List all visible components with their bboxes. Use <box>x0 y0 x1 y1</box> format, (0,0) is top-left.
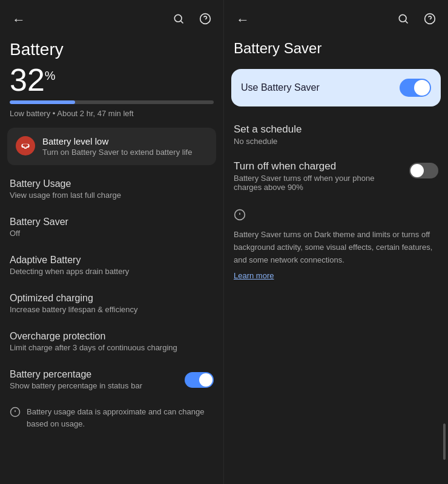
use-battery-saver-label: Use Battery Saver <box>241 82 320 93</box>
back-button[interactable]: ← <box>10 10 28 30</box>
use-battery-saver-toggle[interactable] <box>400 79 431 97</box>
alert-text: Battery level low Turn on Battery Saver … <box>42 136 192 157</box>
right-title: Battery Saver <box>224 35 448 67</box>
right-back-button[interactable]: ← <box>234 10 252 30</box>
toggle-knob <box>199 373 212 387</box>
svg-point-0 <box>174 15 182 22</box>
left-info-section: Battery usage data is approximate and ca… <box>0 399 223 437</box>
alert-title: Battery level low <box>42 136 192 146</box>
right-menu-item-turn-off[interactable]: Turn off when charged Battery Saver turn… <box>224 153 448 199</box>
toggle-large-knob <box>414 80 430 96</box>
right-header: ← <box>224 0 448 35</box>
battery-status: Low battery • About 2 hr, 47 min left <box>0 106 223 123</box>
right-help-button[interactable] <box>421 10 438 30</box>
menu-item-battery-percentage[interactable]: Battery percentage Show battery percenta… <box>0 361 223 399</box>
use-battery-saver-card[interactable]: Use Battery Saver <box>231 69 441 106</box>
right-info-icon <box>234 209 438 224</box>
left-header: ← <box>0 0 223 35</box>
battery-bar-bg <box>10 100 214 104</box>
battery-percent: 32% <box>0 62 223 96</box>
svg-line-1 <box>181 21 183 23</box>
menu-item-overcharge-protection[interactable]: Overcharge protection Limit charge after… <box>0 322 223 361</box>
right-header-icons <box>395 10 438 30</box>
search-button[interactable] <box>170 10 187 30</box>
svg-line-8 <box>406 21 408 23</box>
turn-off-when-charged-toggle[interactable] <box>409 163 438 178</box>
right-info-section: Battery Saver turns on Dark theme and li… <box>224 199 448 271</box>
right-panel: ← Battery Saver Use Battery Saver Set a <box>224 0 448 484</box>
alert-icon <box>16 136 35 155</box>
info-icon <box>10 407 21 420</box>
right-menu-item-schedule[interactable]: Set a schedule No schedule <box>224 116 448 153</box>
battery-percentage-toggle[interactable] <box>185 372 214 388</box>
svg-point-7 <box>399 15 406 22</box>
learn-more-link[interactable]: Learn more <box>224 271 448 290</box>
alert-subtitle: Turn on Battery Saver to extend battery … <box>42 148 192 157</box>
menu-item-battery-usage[interactable]: Battery Usage View usage from last full … <box>0 170 223 208</box>
left-info-text: Battery usage data is approximate and ca… <box>27 406 214 430</box>
header-icons <box>170 10 214 30</box>
battery-alert[interactable]: Battery level low Turn on Battery Saver … <box>7 128 216 165</box>
menu-item-adaptive-battery[interactable]: Adaptive Battery Detecting when apps dra… <box>0 246 223 284</box>
turn-off-toggle-knob <box>410 164 424 177</box>
help-button[interactable] <box>197 10 214 30</box>
menu-item-optimized-charging[interactable]: Optimized charging Increase battery life… <box>0 284 223 322</box>
battery-bar-fill <box>10 100 75 104</box>
menu-item-battery-saver[interactable]: Battery Saver Off <box>0 208 223 246</box>
scrollbar <box>443 424 446 460</box>
right-info-text: Battery Saver turns on Dark theme and li… <box>234 229 438 266</box>
left-panel: ← Battery 32% Low battery • About 2 hr <box>0 0 224 484</box>
battery-title: Battery <box>0 35 223 62</box>
right-search-button[interactable] <box>395 10 412 30</box>
